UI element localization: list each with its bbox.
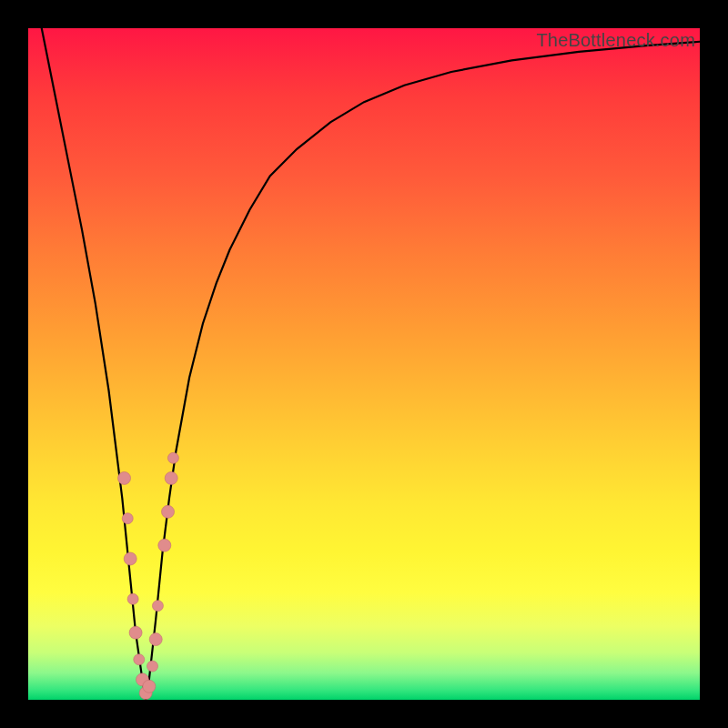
scatter-point: [162, 505, 175, 518]
scatter-point: [143, 680, 156, 693]
scatter-point: [158, 539, 171, 551]
chart-frame: TheBottleneck.com: [0, 0, 728, 728]
scatter-point: [129, 626, 142, 639]
watermark-text: TheBottleneck.com: [536, 30, 695, 51]
scatter-point: [152, 601, 163, 612]
scatter-point: [167, 452, 178, 463]
scatter-point: [124, 552, 136, 565]
scatter-point: [127, 593, 138, 604]
scatter-point: [147, 661, 158, 672]
scatter-point: [149, 633, 162, 646]
scatter-point: [165, 471, 177, 484]
scatter-point: [122, 513, 133, 524]
scatter-point: [118, 471, 131, 484]
bottleneck-curve: [28, 0, 700, 700]
scatter-point: [134, 654, 145, 665]
plot-area: [28, 28, 700, 700]
chart-svg: [28, 28, 700, 700]
